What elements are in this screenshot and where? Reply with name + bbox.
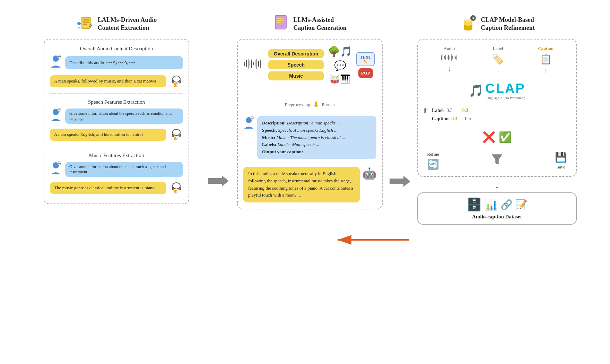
- refine-save-row: Refine 🔄 💾 Save: [424, 151, 570, 170]
- svg-rect-42: [277, 20, 284, 21]
- dataset-box: 🗄️ 📊 🔗 📝 Audio-caption Dataset: [417, 192, 577, 225]
- svg-point-20: [59, 110, 60, 110]
- llm-icon: ♪: [273, 14, 290, 34]
- svg-text:♪: ♪: [281, 23, 283, 28]
- llm-prompt-row: Description: Description: A man speaks .…: [243, 116, 376, 159]
- svg-rect-3: [82, 24, 87, 25]
- speech-prompt-text: Give some information about the speech s…: [69, 111, 179, 121]
- right-section: ⚙ CLAP Model-Based Caption Refinement Au…: [417, 14, 577, 225]
- speech-response-row: A man speaks English, and his emotion is…: [50, 127, 183, 142]
- caption-score-row: ⊫ Caption 0.3 0.5: [424, 115, 570, 123]
- svg-point-32: [60, 163, 61, 164]
- caption-score-val2: 0.5: [465, 116, 471, 122]
- link-icon: 🔗: [500, 199, 513, 210]
- left-section: 🔊 LALMs-Driven Audio Content Extraction …: [33, 14, 200, 204]
- label-score-val1: 0.5: [446, 108, 453, 113]
- x-icon: ❌: [482, 131, 495, 143]
- svg-point-71: [253, 118, 253, 119]
- label-score-val2: 0.3: [462, 108, 469, 113]
- svg-text:🔊: 🔊: [89, 23, 93, 27]
- speech-btn[interactable]: Speech: [268, 60, 324, 69]
- speech-prompt-pill: Give some information about the speech s…: [65, 109, 183, 124]
- overall-audio-subsection: Overall Audio Content Description: [50, 46, 183, 94]
- orange-back-arrow: [333, 234, 409, 246]
- svg-point-8: [58, 56, 59, 57]
- audio-down-arrow: ↓: [448, 65, 451, 72]
- label-score-label: Label: [432, 108, 444, 113]
- dataset-icons-row: 🗄️ 📊 🔗 📝: [467, 197, 528, 212]
- refine-label: Refine: [427, 151, 439, 157]
- arrow-middle-to-right: [390, 174, 410, 190]
- tree-music-icon: 🌳🎵: [328, 46, 352, 57]
- prompt-description-label: Description:: [262, 120, 286, 125]
- prompt-description-val: Description: A man speaks ...: [287, 120, 340, 125]
- caption-label: Caption: [538, 46, 554, 51]
- label-down-arrow: ↓: [496, 67, 499, 74]
- overall-response-row: A man speaks, followed by music, and the…: [50, 73, 183, 89]
- headphones-icon-1: 📶: [170, 73, 183, 89]
- clap-text: CLAP: [485, 81, 525, 96]
- check-x-row: ❌ ✅: [424, 131, 570, 143]
- label-tag-icon: 🏷️: [492, 53, 504, 65]
- user-avatar-mid: [243, 116, 254, 132]
- prompt-labels-label: Labels:: [262, 142, 276, 147]
- left-section-title: LALMs-Driven Audio Content Extraction: [98, 16, 157, 32]
- svg-point-70: [252, 118, 253, 119]
- svg-text:⚙: ⚙: [472, 16, 475, 20]
- music-prompt-text: Give some information about the music su…: [69, 164, 179, 175]
- prompt-music-label: Music:: [262, 135, 275, 140]
- clap-section-icon: ⚙: [459, 14, 477, 34]
- overall-prompt-pill: Describe this audio 〜∿〜∿〜: [65, 56, 183, 69]
- svg-point-31: [59, 163, 60, 164]
- audio-label: Audio: [444, 46, 455, 51]
- check-icon: ✅: [499, 131, 512, 143]
- svg-point-10: [60, 56, 61, 57]
- database-icon: 🗄️: [467, 197, 482, 212]
- label-filter-icon: ⊫: [424, 107, 429, 114]
- overall-response-box: A man speaks, followed by music, and the…: [50, 75, 166, 87]
- music-features-subsection: Music Features Extraction Give: [50, 153, 183, 196]
- overall-prompt-row: Describe this audio 〜∿〜∿〜: [50, 54, 183, 71]
- left-dashed-box: Overall Audio Content Description: [44, 39, 189, 204]
- save-label: Save: [557, 164, 565, 170]
- prompt-music-val: Music: The music genre is classical ...: [277, 135, 345, 140]
- right-section-header: ⚙ CLAP Model-Based Caption Refinement: [459, 14, 535, 34]
- svg-point-5: [77, 22, 81, 25]
- save-icon: 💾: [555, 151, 567, 163]
- speech-features-subsection: Speech Features Extraction Giv: [50, 99, 183, 147]
- category-icons-col: 🌳🎵 💬 🥁🎹: [328, 46, 352, 84]
- music-prompt-row: Give some information about the music su…: [50, 161, 183, 177]
- lalms-icon: 🔊: [76, 14, 94, 34]
- down-arrow-yellow: ⬇: [313, 100, 319, 109]
- speech-features-title: Speech Features Extraction: [50, 99, 183, 105]
- speech-response-box: A man speaks English, and his emotion is…: [50, 129, 166, 140]
- middle-section-title: LLMs-Assisted Caption Generation: [293, 16, 347, 32]
- audio-wave-mid: [243, 58, 264, 72]
- svg-marker-72: [390, 176, 410, 187]
- caption-score-label: Caption: [432, 116, 448, 122]
- save-col: 💾 Save: [555, 151, 567, 170]
- llm-response-row: In this audio, a male speaker neutrally …: [243, 167, 376, 202]
- caption-icon: 📋: [540, 53, 552, 65]
- right-section-title: CLAP Model-Based Caption Refinement: [481, 16, 535, 32]
- svg-rect-41: [277, 18, 284, 19]
- prompt-speech-label: Speech:: [262, 128, 277, 133]
- preprocess-label: Preprocessing: [285, 102, 310, 107]
- llm-response-box: In this audio, a male speaker neutrally …: [243, 167, 360, 202]
- pop-icon-box: POP: [358, 68, 373, 78]
- right-top-cols: Audio: [424, 46, 570, 74]
- overall-description-btn[interactable]: Overall Description: [268, 49, 324, 58]
- arrow-left-to-middle: [208, 173, 229, 192]
- speech-prompt-row: Give some information about the speech s…: [50, 108, 183, 124]
- svg-text:📶: 📶: [174, 136, 178, 140]
- svg-point-9: [59, 56, 60, 57]
- headphones-icon-3: 📶: [170, 180, 183, 196]
- clap-logo: CLAP Language-Audio Pretraining: [485, 81, 525, 100]
- overall-audio-title: Overall Audio Content Description: [50, 46, 183, 52]
- music-response-box: The music genre is classical and the ins…: [50, 182, 166, 194]
- svg-rect-1: [82, 19, 89, 20]
- label-label: Label: [493, 46, 503, 51]
- overall-prompt-text: Describe this audio: [69, 60, 104, 66]
- music-btn[interactable]: Music: [268, 71, 324, 80]
- category-buttons: Overall Description Speech Music: [268, 49, 324, 80]
